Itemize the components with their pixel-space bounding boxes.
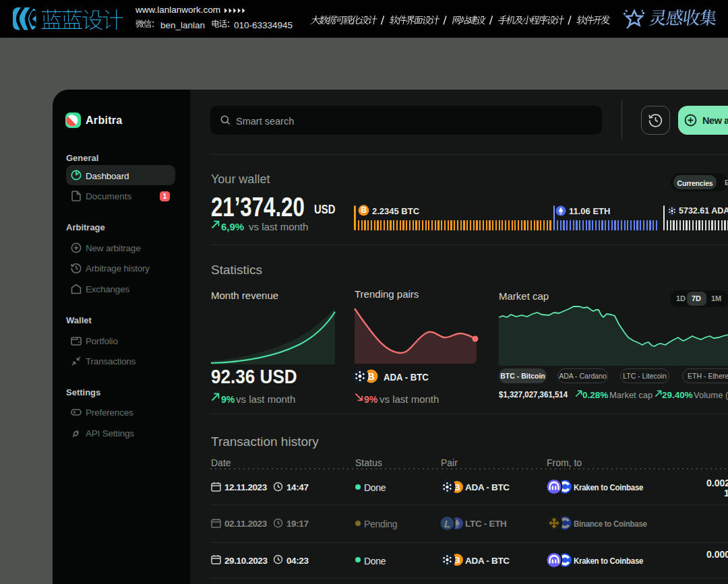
- svg-text:B: B: [367, 371, 374, 382]
- svg-text:B: B: [454, 555, 460, 565]
- svg-text:L: L: [444, 517, 450, 529]
- svg-text:B: B: [454, 482, 460, 492]
- svg-text:B: B: [361, 205, 367, 215]
